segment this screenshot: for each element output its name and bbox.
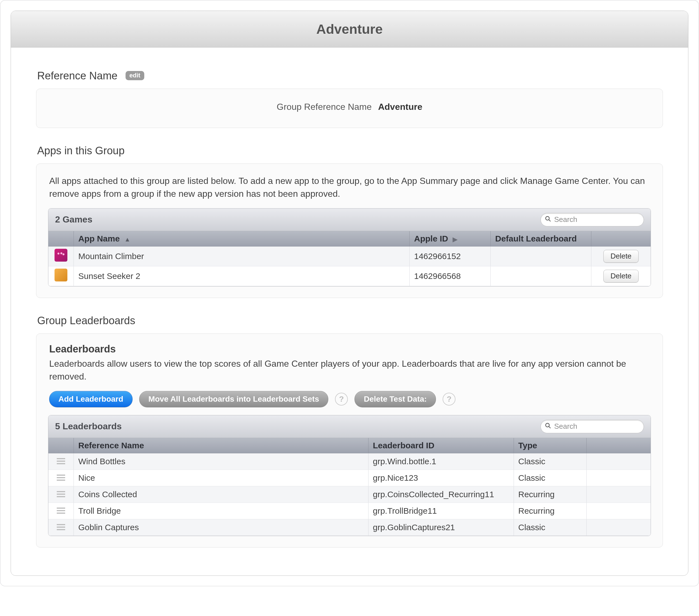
apps-col-app-name-label: App Name — [78, 234, 120, 243]
drag-handle-cell[interactable] — [48, 503, 74, 519]
leaderboards-panel: Leaderboards Leaderboards allow users to… — [36, 333, 663, 548]
leaderboard-id-cell: grp.Wind.bottle.1 — [368, 453, 514, 470]
table-row: Troll Bridge grp.TrollBridge11 Recurring — [48, 503, 651, 519]
help-icon[interactable]: ? — [443, 393, 456, 405]
window: Adventure Reference Name edit Group Refe… — [11, 11, 688, 576]
table-row: Mountain Climber 1462966152 Delete — [48, 246, 651, 266]
leaderboard-ref-name-cell[interactable]: Goblin Captures — [74, 519, 369, 536]
apps-col-actions-header — [591, 231, 651, 246]
app-name-cell[interactable]: Mountain Climber — [74, 246, 410, 266]
move-all-leaderboards-button[interactable]: Move All Leaderboards into Leaderboard S… — [139, 391, 328, 407]
lb-col-type-header[interactable]: Type — [514, 438, 586, 453]
apps-search-field[interactable] — [540, 213, 644, 226]
apps-col-icon-header[interactable] — [48, 231, 74, 246]
leaderboard-action-cell — [586, 503, 651, 519]
table-row: Sunset Seeker 2 1462966568 Delete — [48, 266, 651, 286]
help-icon[interactable]: ? — [335, 393, 348, 405]
drag-handle-icon — [57, 491, 65, 497]
apps-table: App Name ▲ Apple ID ▶ Default Leaderboar… — [48, 231, 651, 286]
app-icon — [54, 269, 67, 281]
leaderboard-id-cell: grp.TrollBridge11 — [368, 503, 514, 519]
leaderboard-action-cell — [586, 470, 651, 486]
leaderboard-action-cell — [586, 453, 651, 470]
drag-handle-cell[interactable] — [48, 486, 74, 503]
drag-handle-cell[interactable] — [48, 470, 74, 486]
add-leaderboard-button[interactable]: Add Leaderboard — [49, 391, 133, 407]
lb-col-leaderboard-id-label: Leaderboard ID — [373, 441, 435, 450]
table-row: Goblin Captures grp.GoblinCaptures21 Cla… — [48, 519, 651, 536]
app-name-cell[interactable]: Sunset Seeker 2 — [74, 266, 410, 286]
leaderboard-type-cell: Classic — [514, 470, 586, 486]
reference-name-panel: Group Reference Name Adventure — [36, 89, 663, 128]
table-row: Coins Collected grp.CoinsCollected_Recur… — [48, 486, 651, 503]
table-row: Wind Bottles grp.Wind.bottle.1 Classic — [48, 453, 651, 470]
edit-button[interactable]: edit — [126, 71, 144, 80]
app-icon — [54, 249, 67, 262]
action-cell: Delete — [591, 246, 651, 266]
group-leaderboards-label: Group Leaderboards — [37, 315, 135, 326]
apps-col-app-name-header[interactable]: App Name ▲ — [74, 231, 410, 246]
lb-col-leaderboard-id-header[interactable]: Leaderboard ID — [368, 438, 514, 453]
apps-col-default-leaderboard-header[interactable]: Default Leaderboard — [491, 231, 591, 246]
delete-test-data-button[interactable]: Delete Test Data: — [355, 391, 436, 407]
apps-table-title: 2 Games — [55, 214, 92, 225]
leaderboard-action-cell — [586, 486, 651, 503]
leaderboard-ref-name-cell[interactable]: Coins Collected — [74, 486, 369, 503]
lb-col-icon-header — [48, 438, 74, 453]
leaderboard-id-cell: grp.GoblinCaptures21 — [368, 519, 514, 536]
leaderboard-type-cell: Recurring — [514, 503, 586, 519]
apple-id-cell: 1462966568 — [410, 266, 491, 286]
apps-table-head-row: App Name ▲ Apple ID ▶ Default Leaderboar… — [48, 231, 651, 246]
delete-button[interactable]: Delete — [603, 270, 638, 283]
leaderboards-table-title: 5 Leaderboards — [55, 421, 122, 431]
app-icon-cell — [48, 246, 74, 266]
drag-handle-cell[interactable] — [48, 519, 74, 536]
leaderboard-id-cell: grp.Nice123 — [368, 470, 514, 486]
apps-search-input[interactable] — [554, 215, 640, 224]
leaderboards-search-field[interactable] — [540, 420, 644, 433]
lb-col-reference-name-label: Reference Name — [78, 441, 144, 450]
leaderboard-type-cell: Recurring — [514, 486, 586, 503]
group-reference-label: Group Reference Name — [277, 102, 372, 112]
leaderboard-ref-name-cell[interactable]: Wind Bottles — [74, 453, 369, 470]
leaderboards-button-row: Add Leaderboard Move All Leaderboards in… — [49, 391, 650, 407]
apps-in-group-heading: Apps in this Group — [37, 145, 663, 157]
apps-col-apple-id-header[interactable]: Apple ID ▶ — [410, 231, 491, 246]
default-leaderboard-cell — [491, 266, 591, 286]
apple-id-cell: 1462966152 — [410, 246, 491, 266]
leaderboards-description: Leaderboards allow users to view the top… — [49, 357, 650, 383]
svg-point-3 — [546, 423, 550, 427]
leaderboards-table-head-row: Reference Name Leaderboard ID Type — [48, 438, 651, 453]
drag-handle-icon — [57, 524, 65, 530]
apps-col-default-leaderboard-label: Default Leaderboard — [495, 234, 577, 243]
drag-handle-cell[interactable] — [48, 453, 74, 470]
apps-panel: All apps attached to this group are list… — [36, 163, 663, 298]
lb-col-type-label: Type — [518, 441, 537, 450]
titlebar: Adventure — [11, 11, 688, 48]
reference-name-heading: Reference Name edit — [37, 70, 663, 82]
leaderboard-ref-name-cell[interactable]: Troll Bridge — [74, 503, 369, 519]
apps-in-group-label: Apps in this Group — [37, 145, 125, 157]
group-reference-value: Adventure — [378, 102, 422, 112]
drag-handle-icon — [57, 458, 65, 464]
leaderboard-type-cell: Classic — [514, 519, 586, 536]
app-icon-cell — [48, 266, 74, 286]
apps-description: All apps attached to this group are list… — [49, 174, 650, 200]
search-icon — [545, 215, 551, 224]
drag-handle-icon — [57, 508, 65, 514]
default-leaderboard-cell — [491, 246, 591, 266]
content-area: Reference Name edit Group Reference Name… — [11, 48, 688, 575]
reference-name-label: Reference Name — [37, 70, 117, 82]
lb-col-actions-header — [586, 438, 651, 453]
apps-col-apple-id-label: Apple ID — [414, 234, 448, 243]
svg-point-0 — [546, 216, 550, 220]
sort-arrow-right-icon: ▶ — [453, 236, 458, 243]
drag-handle-icon — [57, 474, 65, 481]
svg-line-1 — [549, 220, 551, 222]
leaderboards-search-input[interactable] — [554, 422, 640, 431]
lb-col-reference-name-header[interactable]: Reference Name — [74, 438, 369, 453]
leaderboards-table-wrap: 5 Leaderboards — [48, 415, 651, 536]
leaderboard-ref-name-cell[interactable]: Nice — [74, 470, 369, 486]
leaderboard-action-cell — [586, 519, 651, 536]
delete-button[interactable]: Delete — [603, 250, 638, 263]
